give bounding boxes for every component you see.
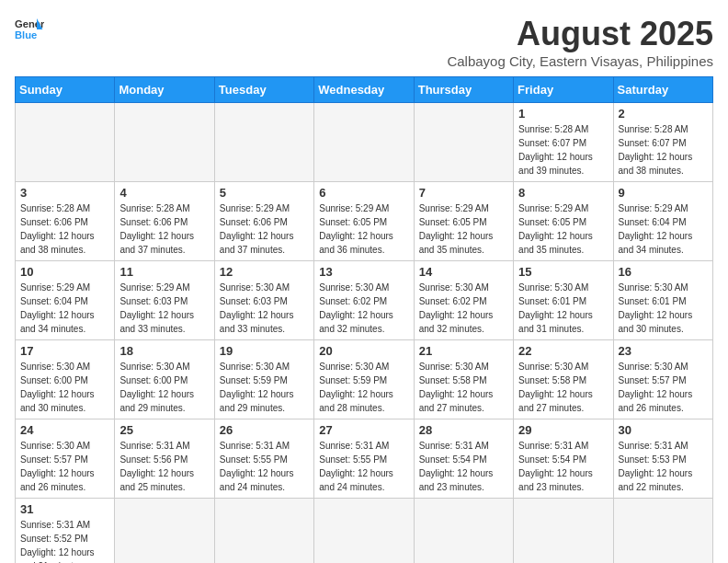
day-number: 9 xyxy=(619,186,708,200)
day-number: 14 xyxy=(419,265,508,279)
calendar-day-cell: 18Sunrise: 5:30 AM Sunset: 6:00 PM Dayli… xyxy=(115,340,214,419)
day-info: Sunrise: 5:30 AM Sunset: 5:57 PM Dayligh… xyxy=(619,360,708,415)
day-info: Sunrise: 5:30 AM Sunset: 6:00 PM Dayligh… xyxy=(20,360,109,415)
day-number: 24 xyxy=(20,423,109,437)
weekday-header-friday: Friday xyxy=(514,77,613,103)
day-info: Sunrise: 5:31 AM Sunset: 5:54 PM Dayligh… xyxy=(518,439,608,494)
day-number: 28 xyxy=(419,423,508,437)
calendar-day-cell: 8Sunrise: 5:29 AM Sunset: 6:05 PM Daylig… xyxy=(514,182,613,261)
day-number: 12 xyxy=(220,265,309,279)
weekday-header-saturday: Saturday xyxy=(613,77,712,103)
calendar-day-cell: 4Sunrise: 5:28 AM Sunset: 6:06 PM Daylig… xyxy=(115,182,214,261)
day-info: Sunrise: 5:31 AM Sunset: 5:55 PM Dayligh… xyxy=(220,439,309,494)
calendar-day-cell xyxy=(115,103,214,182)
calendar-day-cell: 21Sunrise: 5:30 AM Sunset: 5:58 PM Dayli… xyxy=(414,340,513,419)
day-number: 16 xyxy=(619,265,708,279)
day-info: Sunrise: 5:29 AM Sunset: 6:06 PM Dayligh… xyxy=(220,201,309,257)
calendar-day-cell: 6Sunrise: 5:29 AM Sunset: 6:05 PM Daylig… xyxy=(314,182,414,261)
calendar-day-cell: 7Sunrise: 5:29 AM Sunset: 6:05 PM Daylig… xyxy=(414,182,513,261)
calendar-day-cell xyxy=(514,499,613,564)
day-info: Sunrise: 5:31 AM Sunset: 5:56 PM Dayligh… xyxy=(119,439,209,494)
logo-icon: General Blue xyxy=(15,15,44,44)
day-info: Sunrise: 5:31 AM Sunset: 5:55 PM Dayligh… xyxy=(319,439,408,494)
logo: General Blue xyxy=(15,15,44,44)
day-info: Sunrise: 5:30 AM Sunset: 6:02 PM Dayligh… xyxy=(319,281,408,336)
calendar-day-cell xyxy=(214,103,313,182)
calendar-day-cell: 19Sunrise: 5:30 AM Sunset: 5:59 PM Dayli… xyxy=(214,340,313,419)
day-number: 26 xyxy=(220,423,309,437)
calendar-day-cell: 14Sunrise: 5:30 AM Sunset: 6:02 PM Dayli… xyxy=(414,261,513,340)
weekday-header-sunday: Sunday xyxy=(16,77,115,103)
day-info: Sunrise: 5:29 AM Sunset: 6:04 PM Dayligh… xyxy=(619,201,708,257)
calendar-day-cell xyxy=(414,499,513,564)
day-info: Sunrise: 5:31 AM Sunset: 5:53 PM Dayligh… xyxy=(619,439,708,494)
day-info: Sunrise: 5:29 AM Sunset: 6:03 PM Dayligh… xyxy=(119,281,209,336)
day-number: 20 xyxy=(319,344,408,358)
calendar-day-cell: 31Sunrise: 5:31 AM Sunset: 5:52 PM Dayli… xyxy=(16,499,115,564)
calendar-day-cell: 27Sunrise: 5:31 AM Sunset: 5:55 PM Dayli… xyxy=(314,419,414,499)
calendar-day-cell: 25Sunrise: 5:31 AM Sunset: 5:56 PM Dayli… xyxy=(115,419,214,499)
day-info: Sunrise: 5:30 AM Sunset: 6:03 PM Dayligh… xyxy=(220,281,309,336)
day-number: 19 xyxy=(220,344,309,358)
day-number: 10 xyxy=(20,265,109,279)
day-info: Sunrise: 5:31 AM Sunset: 5:54 PM Dayligh… xyxy=(419,439,508,494)
day-info: Sunrise: 5:30 AM Sunset: 5:59 PM Dayligh… xyxy=(220,360,309,415)
calendar-day-cell: 12Sunrise: 5:30 AM Sunset: 6:03 PM Dayli… xyxy=(214,261,313,340)
calendar-week-row: 24Sunrise: 5:30 AM Sunset: 5:57 PM Dayli… xyxy=(16,419,713,499)
day-number: 2 xyxy=(619,107,708,121)
day-number: 7 xyxy=(419,186,508,200)
day-number: 13 xyxy=(319,265,408,279)
calendar-day-cell: 17Sunrise: 5:30 AM Sunset: 6:00 PM Dayli… xyxy=(16,340,115,419)
day-info: Sunrise: 5:31 AM Sunset: 5:52 PM Dayligh… xyxy=(20,518,109,563)
weekday-header-row: SundayMondayTuesdayWednesdayThursdayFrid… xyxy=(16,77,713,103)
day-number: 27 xyxy=(319,423,408,437)
calendar-week-row: 1Sunrise: 5:28 AM Sunset: 6:07 PM Daylig… xyxy=(16,103,713,182)
calendar-day-cell: 5Sunrise: 5:29 AM Sunset: 6:06 PM Daylig… xyxy=(214,182,313,261)
weekday-header-tuesday: Tuesday xyxy=(214,77,313,103)
calendar-week-row: 3Sunrise: 5:28 AM Sunset: 6:06 PM Daylig… xyxy=(16,182,713,261)
day-info: Sunrise: 5:29 AM Sunset: 6:04 PM Dayligh… xyxy=(20,281,109,336)
calendar-subtitle: Calbayog City, Eastern Visayas, Philippi… xyxy=(447,53,713,69)
calendar-day-cell: 3Sunrise: 5:28 AM Sunset: 6:06 PM Daylig… xyxy=(16,182,115,261)
calendar-day-cell: 26Sunrise: 5:31 AM Sunset: 5:55 PM Dayli… xyxy=(214,419,313,499)
calendar-day-cell: 22Sunrise: 5:30 AM Sunset: 5:58 PM Dayli… xyxy=(514,340,613,419)
day-info: Sunrise: 5:30 AM Sunset: 5:58 PM Dayligh… xyxy=(518,360,608,415)
day-info: Sunrise: 5:28 AM Sunset: 6:06 PM Dayligh… xyxy=(20,201,109,257)
day-info: Sunrise: 5:30 AM Sunset: 5:58 PM Dayligh… xyxy=(419,360,508,415)
calendar-day-cell xyxy=(314,499,414,564)
day-number: 8 xyxy=(518,186,608,200)
day-number: 1 xyxy=(518,107,608,121)
calendar-day-cell xyxy=(214,499,313,564)
day-info: Sunrise: 5:30 AM Sunset: 6:00 PM Dayligh… xyxy=(119,360,209,415)
calendar-day-cell: 23Sunrise: 5:30 AM Sunset: 5:57 PM Dayli… xyxy=(613,340,712,419)
day-info: Sunrise: 5:30 AM Sunset: 6:01 PM Dayligh… xyxy=(518,281,608,336)
day-number: 11 xyxy=(119,265,209,279)
calendar-day-cell: 29Sunrise: 5:31 AM Sunset: 5:54 PM Dayli… xyxy=(514,419,613,499)
calendar-title: August 2025 xyxy=(447,15,713,53)
weekday-header-thursday: Thursday xyxy=(414,77,513,103)
day-number: 22 xyxy=(518,344,608,358)
calendar-week-row: 17Sunrise: 5:30 AM Sunset: 6:00 PM Dayli… xyxy=(16,340,713,419)
day-number: 30 xyxy=(619,423,708,437)
day-number: 18 xyxy=(119,344,209,358)
day-number: 29 xyxy=(518,423,608,437)
calendar-day-cell xyxy=(16,103,115,182)
calendar-day-cell xyxy=(314,103,414,182)
weekday-header-wednesday: Wednesday xyxy=(314,77,414,103)
day-info: Sunrise: 5:29 AM Sunset: 6:05 PM Dayligh… xyxy=(319,201,408,257)
calendar-day-cell: 16Sunrise: 5:30 AM Sunset: 6:01 PM Dayli… xyxy=(613,261,712,340)
day-number: 3 xyxy=(20,186,109,200)
calendar-day-cell: 2Sunrise: 5:28 AM Sunset: 6:07 PM Daylig… xyxy=(613,103,712,182)
calendar-day-cell xyxy=(115,499,214,564)
calendar-week-row: 31Sunrise: 5:31 AM Sunset: 5:52 PM Dayli… xyxy=(16,499,713,564)
day-info: Sunrise: 5:30 AM Sunset: 5:59 PM Dayligh… xyxy=(319,360,408,415)
day-info: Sunrise: 5:29 AM Sunset: 6:05 PM Dayligh… xyxy=(419,201,508,257)
day-number: 21 xyxy=(419,344,508,358)
calendar-day-cell: 9Sunrise: 5:29 AM Sunset: 6:04 PM Daylig… xyxy=(613,182,712,261)
calendar-day-cell: 30Sunrise: 5:31 AM Sunset: 5:53 PM Dayli… xyxy=(613,419,712,499)
day-info: Sunrise: 5:29 AM Sunset: 6:05 PM Dayligh… xyxy=(518,201,608,257)
calendar-day-cell: 1Sunrise: 5:28 AM Sunset: 6:07 PM Daylig… xyxy=(514,103,613,182)
calendar-day-cell xyxy=(613,499,712,564)
day-number: 15 xyxy=(518,265,608,279)
page-header: General Blue August 2025 Calbayog City, … xyxy=(15,15,713,69)
